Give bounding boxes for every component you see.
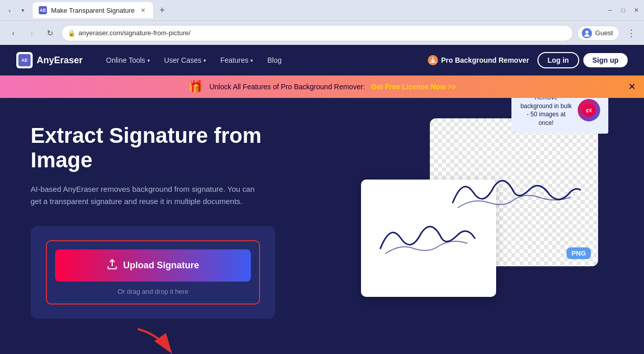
tab-favicon: AE: [39, 6, 47, 14]
gift-icon: 🎁: [188, 80, 203, 94]
banner-close-button[interactable]: ✕: [628, 81, 636, 92]
nav-user-cases[interactable]: User Cases ▾: [157, 56, 213, 64]
browser-frame: ‹ ▾ AE Make Transparent Signature ✕ + − …: [0, 0, 644, 354]
page-content: AE AnyEraser Online Tools ▾ User Cases ▾…: [0, 45, 644, 354]
svg-point-0: [585, 31, 588, 34]
arrow-icon: [133, 324, 178, 354]
window-controls: − □ ✕: [606, 7, 640, 14]
site-navbar: AE AnyEraser Online Tools ▾ User Cases ▾…: [0, 45, 644, 75]
forward-button[interactable]: ›: [24, 26, 39, 40]
upload-icon: [107, 259, 118, 272]
chat-avatar-icon: [578, 99, 600, 121]
address-text: anyeraser.com/signature-from-picture/: [79, 29, 191, 37]
logo-text: AnyEraser: [37, 55, 83, 66]
logo-box: AE: [16, 52, 33, 68]
maximize-button[interactable]: □: [620, 7, 627, 14]
active-tab[interactable]: AE Make Transparent Signature ✕: [33, 2, 153, 18]
close-button[interactable]: ✕: [633, 7, 640, 14]
promo-text: Unlock All Features of Pro Background Re…: [210, 83, 365, 91]
minimize-button[interactable]: −: [606, 7, 613, 14]
tab-back-icon[interactable]: ‹: [4, 5, 15, 16]
chevron-down-icon: ▾: [147, 58, 150, 63]
drag-drop-text: Or drag and drop it here: [55, 288, 251, 295]
svg-point-4: [586, 111, 588, 113]
hero-section: Extract Signature from Image AI-based An…: [0, 98, 644, 354]
signup-button[interactable]: Sign up: [583, 53, 628, 67]
tab-close-button[interactable]: ✕: [139, 6, 147, 14]
svg-point-1: [584, 34, 589, 37]
promo-banner: 🎁 Unlock All Features of Pro Background …: [0, 75, 644, 98]
upload-area: Upload Signature Or drag and drop it her…: [31, 226, 275, 319]
login-button[interactable]: Log in: [537, 52, 579, 68]
chevron-down-icon: ▾: [203, 58, 206, 63]
nav-blog[interactable]: Blog: [260, 56, 289, 64]
chevron-down-icon: ▾: [250, 58, 253, 63]
more-options-button[interactable]: ⋮: [624, 26, 638, 40]
hero-left: Extract Signature from Image AI-based An…: [31, 118, 316, 354]
browser-nav-bar: ‹ › ↻ 🔒 anyeraser.com/signature-from-pic…: [0, 20, 644, 45]
hero-title: Extract Signature from Image: [31, 123, 316, 173]
address-bar[interactable]: 🔒 anyeraser.com/signature-from-picture/: [61, 25, 573, 41]
new-tab-button[interactable]: +: [155, 3, 169, 17]
profile-label: Guest: [595, 29, 613, 37]
svg-rect-3: [582, 104, 596, 117]
browser-tabs: ‹ ▾ AE Make Transparent Signature ✕ +: [4, 2, 602, 18]
upload-border: Upload Signature Or drag and drop it her…: [46, 240, 260, 305]
hero-subtitle: AI-based AnyEraser removes background fr…: [31, 183, 265, 208]
png-badge: PNG: [566, 247, 591, 259]
back-button[interactable]: ‹: [6, 26, 20, 40]
nav-features[interactable]: Features ▾: [213, 56, 260, 64]
reload-button[interactable]: ↻: [43, 26, 57, 40]
profile-icon: [582, 28, 592, 38]
tab-title: Make Transparent Signature: [51, 7, 135, 14]
pro-label: Pro Background Remover: [441, 56, 529, 64]
pro-icon: [428, 55, 438, 65]
chat-text: Remove background in bulk - 50 images at…: [520, 98, 573, 128]
svg-point-5: [589, 110, 591, 112]
pro-background-remover-link[interactable]: Pro Background Remover: [428, 55, 529, 65]
lock-icon: 🔒: [68, 30, 75, 37]
hero-right: PNG Remove background in bulk - 50 image…: [316, 118, 613, 129]
promo-link[interactable]: Get Free License Now >>: [371, 83, 456, 91]
browser-titlebar: ‹ ▾ AE Make Transparent Signature ✕ + − …: [0, 0, 644, 20]
logo-icon: AE: [18, 54, 31, 66]
upload-signature-button[interactable]: Upload Signature: [55, 249, 251, 282]
nav-online-tools[interactable]: Online Tools ▾: [99, 56, 157, 64]
profile-button[interactable]: Guest: [577, 26, 620, 41]
logo[interactable]: AE AnyEraser: [16, 52, 83, 68]
signature-transparent-svg: [443, 162, 585, 223]
tab-list-icon[interactable]: ▾: [17, 5, 29, 16]
chat-bubble: Remove background in bulk - 50 images at…: [511, 98, 608, 134]
